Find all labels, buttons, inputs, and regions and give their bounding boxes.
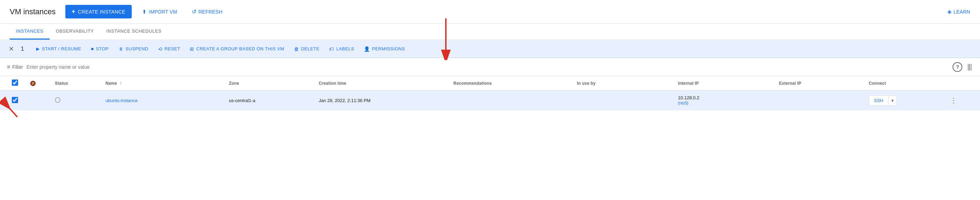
th-internal-ip: Internal IP xyxy=(673,76,773,90)
tabs-bar: INSTANCES OBSERVABILITY INSTANCE SCHEDUL… xyxy=(0,24,980,40)
create-group-label: CREATE A GROUP BASED ON THIS VM xyxy=(196,46,284,51)
create-group-icon: ⊞ xyxy=(190,46,194,52)
create-instance-button[interactable]: + CREATE INSTANCE xyxy=(65,5,132,18)
instances-table-container: 🔕 Status Name ↑ Zone Creation time xyxy=(0,76,980,110)
filter-input[interactable] xyxy=(26,64,486,70)
select-all-checkbox[interactable] xyxy=(12,79,18,86)
td-more-options: ⋮ xyxy=(942,90,980,110)
td-status xyxy=(49,90,100,110)
page-header: VM instances + CREATE INSTANCE ⬆ IMPORT … xyxy=(0,0,980,24)
nic0-link[interactable]: (nic0) xyxy=(678,101,689,106)
learn-label: LEARN xyxy=(954,9,970,14)
create-instance-label: CREATE INSTANCE xyxy=(78,9,126,14)
internal-ip-address: 10.128.0.2 xyxy=(678,95,768,100)
tab-spacer xyxy=(168,24,970,40)
reset-icon: ⟳ xyxy=(158,46,162,52)
table-row: ubuntu-instance us-central1-a Jan 28, 20… xyxy=(0,90,980,110)
reset-button[interactable]: ⟳ RESET xyxy=(154,44,185,54)
learn-button[interactable]: ◈ LEARN xyxy=(947,8,970,15)
labels-icon: 🏷 xyxy=(329,46,334,52)
td-creation-time: Jan 28, 2022, 2:11:36 PM xyxy=(313,90,448,110)
action-bar: ✕ 1 ▶ START / RESUME ■ STOP ⏸ SUSPEND ⟳ … xyxy=(0,40,980,58)
permissions-icon: 👤 xyxy=(364,46,370,52)
instances-table: 🔕 Status Name ↑ Zone Creation time xyxy=(0,76,980,110)
filter-bar: ≡ Filter ? ||| xyxy=(0,58,980,76)
help-icon: ? xyxy=(956,64,959,70)
deselect-button[interactable]: ✕ xyxy=(6,43,17,54)
permissions-button[interactable]: 👤 PERMISSIONS xyxy=(360,44,409,54)
row-checkbox[interactable] xyxy=(12,97,18,103)
th-in-use-by: In use by xyxy=(571,76,673,90)
refresh-icon: ↺ xyxy=(192,8,196,15)
th-recommendations: Recommendations xyxy=(448,76,571,90)
instance-link[interactable]: ubuntu-instance xyxy=(105,98,138,103)
td-zone: us-central1-a xyxy=(223,90,313,110)
columns-icon: ||| xyxy=(967,63,972,71)
learn-icon: ◈ xyxy=(947,8,951,15)
ssh-area: SSH ▾ xyxy=(869,95,936,106)
columns-button[interactable]: ||| xyxy=(966,62,973,72)
th-zone: Zone xyxy=(223,76,313,90)
permissions-label: PERMISSIONS xyxy=(372,46,405,51)
th-more xyxy=(942,76,980,90)
stop-icon: ■ xyxy=(91,46,94,51)
import-icon: ⬆ xyxy=(142,9,146,15)
start-resume-label: START / RESUME xyxy=(42,46,81,51)
td-external-ip xyxy=(773,90,863,110)
start-resume-button[interactable]: ▶ START / RESUME xyxy=(32,44,86,54)
start-icon: ▶ xyxy=(36,46,40,51)
help-button[interactable]: ? xyxy=(953,62,962,72)
stop-button[interactable]: ■ STOP xyxy=(87,44,113,54)
th-external-ip: External IP xyxy=(773,76,863,90)
stop-label: STOP xyxy=(96,46,109,51)
tab-instances[interactable]: INSTANCES xyxy=(10,24,50,40)
import-vm-label: IMPORT VM xyxy=(149,9,177,14)
create-icon: + xyxy=(72,8,75,15)
suspend-icon: ⏸ xyxy=(118,46,123,52)
td-notify xyxy=(27,90,50,110)
ssh-dropdown-button[interactable]: ▾ xyxy=(888,95,897,106)
td-connect: SSH ▾ xyxy=(863,90,942,110)
table-header-row: 🔕 Status Name ↑ Zone Creation time xyxy=(0,76,980,90)
status-icon xyxy=(55,97,60,103)
td-name: ubuntu-instance xyxy=(100,90,223,110)
suspend-button[interactable]: ⏸ SUSPEND xyxy=(115,44,153,54)
td-row-checkbox[interactable] xyxy=(0,90,27,110)
more-icon: ⋮ xyxy=(950,97,957,104)
ssh-dropdown-icon: ▾ xyxy=(891,98,894,103)
th-connect: Connect xyxy=(863,76,942,90)
refresh-label: REFRESH xyxy=(199,9,223,14)
tab-observability[interactable]: OBSERVABILITY xyxy=(50,24,100,40)
ssh-button[interactable]: SSH xyxy=(869,95,888,106)
labels-button[interactable]: 🏷 LABELS xyxy=(325,44,358,54)
create-group-button[interactable]: ⊞ CREATE A GROUP BASED ON THIS VM xyxy=(186,44,288,54)
notify-icon: 🔕 xyxy=(30,81,36,86)
page-title: VM instances xyxy=(10,7,56,16)
close-icon: ✕ xyxy=(9,45,14,53)
labels-label: LABELS xyxy=(336,46,355,51)
th-name[interactable]: Name ↑ xyxy=(100,76,223,90)
more-options-button[interactable]: ⋮ xyxy=(947,95,960,106)
th-notify: 🔕 xyxy=(27,76,50,90)
selected-count: 1 xyxy=(21,46,28,52)
td-in-use-by xyxy=(571,90,673,110)
delete-icon: 🗑 xyxy=(294,46,299,52)
th-creation-time: Creation time xyxy=(313,76,448,90)
filter-icon-area: ≡ Filter xyxy=(7,64,23,70)
th-select-all[interactable] xyxy=(0,76,27,90)
filter-icon: ≡ xyxy=(7,64,10,70)
delete-button[interactable]: 🗑 DELETE xyxy=(290,44,323,54)
td-internal-ip: 10.128.0.2 (nic0) xyxy=(673,90,773,110)
filter-label: Filter xyxy=(12,64,23,70)
page-wrapper: VM instances + CREATE INSTANCE ⬆ IMPORT … xyxy=(0,0,980,110)
delete-label: DELETE xyxy=(301,46,319,51)
td-recommendations xyxy=(448,90,571,110)
tab-instance-schedules[interactable]: INSTANCE SCHEDULES xyxy=(100,24,168,40)
th-status: Status xyxy=(49,76,100,90)
refresh-button[interactable]: ↺ REFRESH xyxy=(188,6,227,18)
suspend-label: SUSPEND xyxy=(126,46,148,51)
reset-label: RESET xyxy=(164,46,180,51)
import-vm-button[interactable]: ⬆ IMPORT VM xyxy=(138,6,181,18)
sort-arrow-name: ↑ xyxy=(120,81,122,86)
